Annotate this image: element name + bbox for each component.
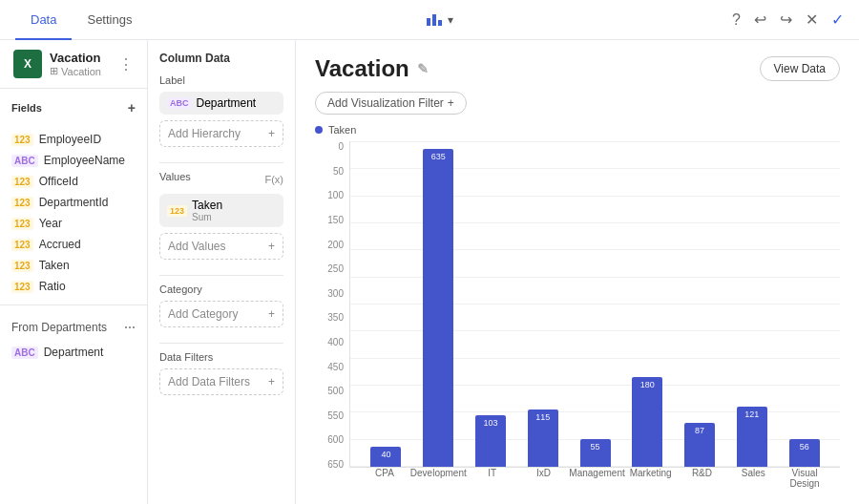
field-accrued[interactable]: 123 Accrued (0, 234, 147, 255)
filter-row: Add Visualization Filter + (315, 92, 840, 115)
bars-grid: 40635103115551808712156 (349, 141, 840, 468)
field-departmentid[interactable]: 123 DepartmentId (0, 192, 147, 213)
legend-label: Taken (328, 124, 356, 136)
category-section-header: Category (159, 284, 283, 295)
more-options-icon[interactable]: ⋮ (118, 55, 134, 74)
toolbar-actions: ? ↩ ↪ ✕ ✓ (732, 10, 844, 29)
plus-icon: + (268, 240, 275, 253)
bar-group-development: 635 (412, 141, 465, 467)
add-field-icon[interactable]: + (128, 100, 136, 116)
fx-label: F(x) (264, 174, 283, 185)
confirm-button[interactable]: ✓ (831, 10, 844, 29)
main-layout: X Vacation ⊞ Vacation ⋮ Fields + (0, 40, 859, 504)
bar-group-cpa: 40 (360, 141, 412, 467)
chart-body: 650 600 550 500 450 400 350 300 250 200 … (315, 141, 840, 489)
undo-button[interactable]: ↩ (754, 10, 766, 29)
close-button[interactable]: ✕ (806, 10, 818, 29)
plus-icon: + (268, 127, 275, 140)
bars-row: 40635103115551808712156 (350, 141, 840, 467)
plus-icon: + (268, 375, 275, 388)
bar-chart: 650 600 550 500 450 400 350 300 250 200 … (315, 141, 840, 489)
x-label-management: Management (569, 468, 624, 489)
add-category-btn[interactable]: Add Category + (159, 301, 283, 327)
bar-ixd[interactable]: 115 (528, 410, 558, 467)
chevron-down-icon: ▾ (448, 13, 453, 27)
field-list: 123 EmployeeID ABC EmployeeName 123 Offi… (0, 129, 147, 297)
chart-legend: Taken (315, 124, 840, 136)
add-filter-button[interactable]: Add Visualization Filter + (315, 92, 467, 115)
field-employeename[interactable]: ABC EmployeeName (0, 150, 147, 171)
x-label-ixd: IxD (518, 468, 570, 489)
bar-marketing[interactable]: 180 (632, 377, 662, 467)
chart-area: Vacation ✎ View Data Add Visualization F… (296, 40, 859, 504)
field-department[interactable]: ABC Department (0, 342, 147, 363)
file-name: Vacation (50, 51, 101, 65)
field-officeid[interactable]: 123 OfficeId (0, 171, 147, 192)
legend-dot (315, 126, 323, 134)
chart-title-text: Vacation (315, 55, 409, 82)
redo-button[interactable]: ↪ (780, 10, 792, 29)
x-label-visual-design: Visual Design (779, 468, 830, 489)
bar-visual-design[interactable]: 56 (789, 439, 820, 467)
excel-icon: X (13, 50, 42, 78)
chart-header: Vacation ✎ View Data (315, 55, 840, 82)
bar-group-sales: 121 (725, 141, 778, 467)
top-bar: Data Settings ▾ ? ↩ ↪ ✕ ✓ (0, 0, 859, 40)
bar-it[interactable]: 103 (475, 415, 506, 467)
fields-sidebar: X Vacation ⊞ Vacation ⋮ Fields + (0, 40, 148, 504)
x-label-cpa: CPA (359, 468, 410, 489)
column-data-title: Column Data (159, 52, 283, 65)
data-filters-section-header: Data Filters (159, 351, 283, 363)
field-employeeid[interactable]: 123 EmployeeID (0, 129, 147, 150)
x-label-it: IT (467, 468, 518, 489)
fields-section: Fields + (0, 89, 147, 129)
department-chip[interactable]: ABC Department (159, 92, 283, 115)
bar-group-management: 55 (569, 141, 621, 467)
x-label-sales: Sales (727, 468, 779, 489)
tab-data[interactable]: Data (15, 0, 72, 40)
bar-sales[interactable]: 121 (737, 407, 767, 467)
file-sub: ⊞ Vacation (50, 65, 101, 77)
column-data-panel: Column Data Label ABC Department Add Hie… (148, 40, 296, 504)
field-year[interactable]: 123 Year (0, 213, 147, 234)
more-icon[interactable]: ⋯ (124, 321, 136, 334)
values-section-header: Values (159, 171, 191, 182)
taken-chip[interactable]: 123 Taken Sum (159, 194, 283, 227)
add-data-filters-btn[interactable]: Add Data Filters + (159, 368, 283, 395)
file-info: X Vacation ⊞ Vacation ⋮ (0, 40, 147, 89)
tab-bar: Data Settings (15, 0, 147, 40)
bar-group-it: 103 (465, 141, 517, 467)
view-data-button[interactable]: View Data (760, 56, 840, 81)
field-taken[interactable]: 123 Taken (0, 255, 147, 276)
y-axis: 650 600 550 500 450 400 350 300 250 200 … (315, 141, 349, 489)
add-hierarchy-btn[interactable]: Add Hierarchy + (159, 120, 283, 147)
chart-type-selector[interactable]: ▾ (427, 13, 453, 27)
plus-icon: + (448, 96, 454, 110)
help-button[interactable]: ? (732, 11, 741, 29)
bar-chart-icon (427, 14, 442, 26)
add-values-btn[interactable]: Add Values + (159, 233, 283, 260)
grid-icon: ⊞ (50, 65, 58, 77)
x-label-marketing: Marketing (625, 468, 677, 489)
label-section-header: Label (159, 74, 283, 86)
bar-cpa[interactable]: 40 (370, 447, 401, 467)
bar-r&d[interactable]: 87 (684, 423, 715, 467)
bar-management[interactable]: 55 (580, 439, 611, 467)
tab-settings[interactable]: Settings (72, 0, 147, 40)
x-label-development: Development (410, 468, 467, 489)
from-departments-section: From Departments ⋯ (0, 313, 147, 342)
bar-group-visual-design: 56 (778, 141, 830, 467)
bar-development[interactable]: 635 (423, 149, 453, 467)
bars-area: 40635103115551808712156 CPADevelopmentIT… (349, 141, 840, 489)
x-axis-labels: CPADevelopmentITIxDManagementMarketingR&… (349, 468, 840, 489)
plus-icon: + (268, 307, 275, 321)
bar-group-marketing: 180 (621, 141, 674, 467)
bar-group-ixd: 115 (516, 141, 569, 467)
bar-group-r&d: 87 (674, 141, 726, 467)
x-label-r&d: R&D (677, 468, 728, 489)
field-ratio[interactable]: 123 Ratio (0, 276, 147, 297)
edit-icon[interactable]: ✎ (417, 61, 429, 76)
